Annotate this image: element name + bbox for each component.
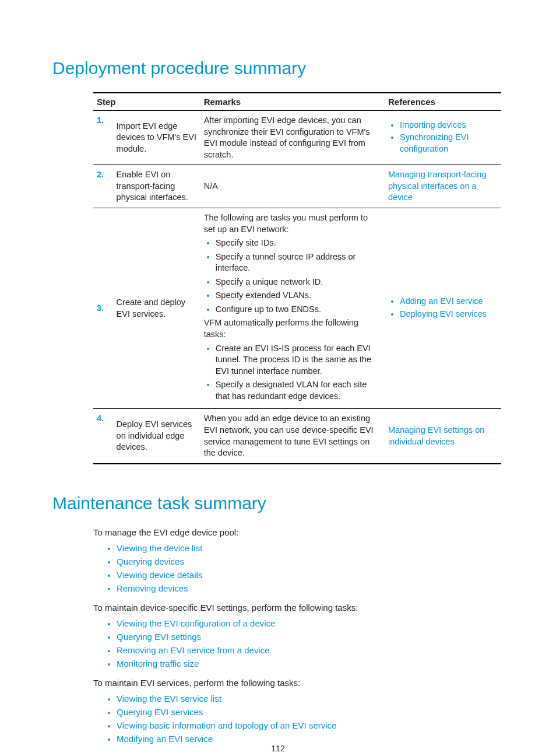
remarks-text: After importing EVI edge devices, you ca… — [200, 111, 385, 165]
remarks-item: Specify a tunnel source IP address or in… — [216, 251, 381, 274]
refs-cell: Adding an EVI service Deploying EVI serv… — [385, 208, 501, 408]
table-row: 4. Deploy EVI services on individual edg… — [93, 409, 501, 464]
maint-intro-3: To maintain EVI services, perform the fo… — [93, 678, 504, 688]
maint-link[interactable]: Viewing the EVI configuration of a devic… — [117, 618, 275, 628]
col-step: Step — [93, 93, 200, 111]
maint-link[interactable]: Querying EVI services — [117, 707, 203, 717]
maint-link[interactable]: Querying EVI settings — [117, 632, 201, 642]
refs-cell: Managing transport-facing physical inter… — [385, 165, 501, 208]
maint-link[interactable]: Viewing the EVI service list — [117, 694, 221, 704]
step-num: 3. — [93, 208, 113, 408]
col-remarks: Remarks — [200, 93, 385, 111]
step-num: 4. — [93, 409, 113, 464]
remarks-item: Configure up to two ENDSs. — [216, 304, 381, 316]
refs-cell: Managing EVI settings on individual devi… — [385, 409, 501, 464]
maint-list-1: Viewing the device list Querying devices… — [105, 543, 504, 593]
table-header-row: Step Remarks References — [93, 93, 501, 111]
remarks-cell: The following are tasks you must perform… — [200, 208, 385, 408]
step-text: Deploy EVI services on individual edge d… — [113, 409, 200, 464]
step-text: Enable EVI on transport-facing physical … — [113, 165, 200, 208]
maint-intro-2: To maintain device-specific EVI settings… — [93, 603, 504, 612]
heading-maintenance: Maintenance task summary — [52, 494, 504, 513]
maint-link[interactable]: Monitoring traffic size — [117, 659, 199, 668]
maint-link[interactable]: Removing an EVI service from a device — [117, 645, 270, 655]
remarks-intro: The following are tasks you must perform… — [204, 212, 381, 235]
step-text: Create and deploy EVI services. — [113, 208, 200, 408]
table-row: 1. Import EVI edge devices to VFM's EVI … — [93, 111, 501, 165]
heading-deployment: Deployment procedure summary — [52, 58, 504, 78]
deployment-table: Step Remarks References 1. Import EVI ed… — [93, 92, 501, 464]
maint-list-3: Viewing the EVI service list Querying EV… — [105, 694, 504, 744]
maint-link[interactable]: Viewing the device list — [117, 543, 202, 553]
ref-link[interactable]: Deploying EVI services — [400, 309, 487, 318]
remarks-item: Specify a unique network ID. — [216, 276, 381, 288]
remarks-item: Specify a designated VLAN for each site … — [216, 379, 381, 402]
remarks-text: N/A — [200, 165, 385, 208]
page-number: 112 — [0, 744, 556, 753]
refs-cell: Importing devices Synchronizing EVI conf… — [385, 111, 501, 165]
step-text: Import EVI edge devices to VFM's EVI mod… — [113, 111, 200, 165]
remarks-mid: VFM automatically performs the following… — [204, 317, 381, 340]
remarks-item: Create an EVI IS-IS process for each EVI… — [216, 343, 381, 377]
maint-link[interactable]: Modifying an EVI service — [117, 734, 213, 744]
remarks-item: Specify site IDs. — [216, 237, 381, 249]
remarks-text: When you add an edge device to an existi… — [200, 409, 385, 464]
ref-link[interactable]: Importing devices — [400, 120, 466, 130]
maint-link[interactable]: Viewing basic information and topology o… — [117, 720, 336, 730]
remarks-item: Specify extended VLANs. — [216, 290, 381, 302]
col-refs: References — [385, 93, 501, 111]
document-page: Deployment procedure summary Step Remark… — [0, 0, 556, 756]
ref-link[interactable]: Synchronizing EVI configuration — [400, 132, 469, 153]
maint-intro-1: To manage the EVI edge device pool: — [93, 527, 504, 537]
step-num: 2. — [93, 165, 113, 208]
step-num: 1. — [93, 111, 113, 165]
table-row: 3. Create and deploy EVI services. The f… — [93, 208, 501, 408]
maint-link[interactable]: Removing devices — [117, 583, 188, 593]
table-row: 2. Enable EVI on transport-facing physic… — [93, 165, 501, 208]
maint-link[interactable]: Viewing device details — [117, 570, 202, 580]
maint-link[interactable]: Querying devices — [117, 556, 184, 566]
ref-link[interactable]: Managing EVI settings on individual devi… — [388, 425, 484, 446]
ref-link[interactable]: Managing transport-facing physical inter… — [388, 170, 486, 202]
maint-list-2: Viewing the EVI configuration of a devic… — [105, 618, 504, 668]
ref-link[interactable]: Adding an EVI service — [400, 296, 483, 306]
